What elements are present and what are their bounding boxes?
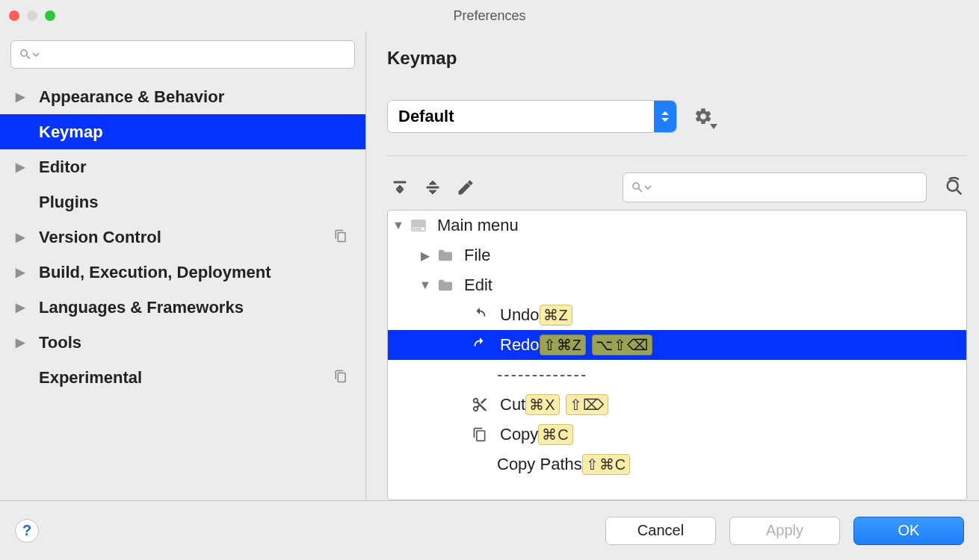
tree-label: Cut: [500, 395, 525, 414]
expand-all-icon: [391, 178, 409, 196]
sidebar-item-appearance[interactable]: ▶Appearance & Behavior: [0, 79, 365, 114]
shortcut-badge: ⌘C: [538, 424, 572, 445]
button-label: OK: [898, 522, 920, 539]
sidebar-item-label: Languages & Frameworks: [39, 298, 244, 317]
page-title: Keymap: [387, 48, 967, 69]
main-menu-icon: [410, 219, 427, 232]
shortcut-badge: ⇧⌘Z: [540, 335, 586, 355]
minimize-window-button: [27, 10, 37, 21]
tree-action-copy-paths[interactable]: Copy Paths ⇧⌘C: [388, 449, 966, 479]
scheme-value: Default: [398, 107, 454, 126]
sidebar-item-label: Version Control: [39, 228, 161, 247]
settings-search[interactable]: [10, 40, 355, 69]
project-level-icon: [334, 228, 348, 247]
tree-label: Edit: [464, 276, 492, 295]
tree-label: Copy Paths: [497, 455, 582, 474]
svg-rect-4: [416, 228, 418, 229]
find-shortcut-icon: [944, 177, 965, 198]
sidebar-item-label: Appearance & Behavior: [39, 87, 224, 107]
copy-icon: [472, 426, 488, 443]
expand-all-button[interactable]: [387, 175, 413, 200]
actions-tree[interactable]: ▼ Main menu ▶ File ▼ Edit: [387, 210, 967, 500]
sidebar-item-plugins[interactable]: ▶Plugins: [0, 184, 365, 220]
shortcut-badge: ⇧⌘C: [582, 454, 630, 475]
chevron-down-icon: [644, 184, 652, 191]
redo-icon: [472, 337, 488, 353]
undo-icon: [472, 307, 488, 323]
shortcut-badge: ⇧⌦: [566, 394, 608, 415]
window-title: Preferences: [453, 8, 525, 24]
tree-action-undo[interactable]: Undo ⌘Z: [388, 300, 966, 330]
tree-action-copy[interactable]: Copy ⌘C: [388, 420, 966, 449]
sidebar-item-label: Editor: [39, 158, 87, 177]
collapse-all-button[interactable]: [420, 175, 445, 200]
sidebar-item-keymap[interactable]: ▶Keymap: [0, 114, 365, 149]
collapse-all-icon: [424, 178, 442, 196]
sidebar-item-label: Experimental: [39, 368, 142, 388]
button-label: Apply: [766, 522, 803, 539]
tree-label: Copy: [500, 425, 538, 444]
svg-point-0: [948, 181, 958, 191]
titlebar: Preferences: [0, 0, 979, 31]
sidebar-item-tools[interactable]: ▶Tools: [0, 325, 365, 360]
dialog-footer: ? Cancel Apply OK: [0, 500, 979, 560]
sidebar-item-label: Plugins: [39, 193, 98, 212]
window-controls: [9, 10, 55, 21]
content-panel: Keymap Default: [366, 31, 979, 500]
ok-button[interactable]: OK: [853, 517, 964, 545]
settings-search-input[interactable]: [43, 47, 347, 63]
shortcut-badge: ⌘X: [525, 394, 559, 415]
folder-icon: [437, 279, 454, 292]
sidebar-item-editor[interactable]: ▶Editor: [0, 149, 365, 184]
svg-rect-3: [413, 228, 416, 229]
separator-label: -------------: [497, 365, 587, 385]
help-button[interactable]: ?: [15, 519, 39, 543]
settings-tree: ▶Appearance & Behavior ▶Keymap ▶Editor ▶…: [0, 79, 365, 395]
help-icon: ?: [22, 522, 31, 539]
keymap-scheme-select[interactable]: Default: [387, 100, 677, 133]
button-label: Cancel: [637, 522, 684, 539]
pencil-icon: [457, 178, 475, 196]
tree-label: Redo: [500, 335, 540, 355]
scissors-icon: [472, 396, 488, 413]
project-level-icon: [334, 368, 348, 388]
tree-node-main-menu[interactable]: ▼ Main menu: [388, 211, 966, 240]
tree-action-redo[interactable]: Redo ⇧⌘Z ⌥⇧⌫: [388, 330, 966, 360]
tree-label: File: [464, 246, 490, 265]
cancel-button[interactable]: Cancel: [605, 517, 716, 545]
sidebar-item-label: Tools: [39, 333, 81, 352]
shortcut-badge: ⌥⇧⌫: [592, 335, 652, 355]
tree-action-cut[interactable]: Cut ⌘X ⇧⌦: [388, 390, 966, 420]
sidebar-item-languages[interactable]: ▶Languages & Frameworks: [0, 290, 365, 325]
tree-node-file[interactable]: ▶ File: [388, 240, 966, 270]
folder-icon: [437, 249, 454, 262]
sidebar: ▶Appearance & Behavior ▶Keymap ▶Editor ▶…: [0, 31, 366, 500]
apply-button: Apply: [729, 517, 840, 545]
svg-rect-5: [419, 228, 421, 229]
edit-shortcut-button[interactable]: [453, 175, 478, 200]
action-search[interactable]: [623, 172, 927, 202]
scheme-actions-button[interactable]: [694, 107, 713, 126]
action-search-input[interactable]: [655, 180, 918, 196]
select-stepper-icon: [654, 101, 676, 132]
find-by-shortcut-button[interactable]: [942, 175, 967, 200]
sidebar-item-label: Build, Execution, Deployment: [39, 263, 271, 282]
tree-separator: -------------: [388, 360, 966, 390]
sidebar-item-build[interactable]: ▶Build, Execution, Deployment: [0, 255, 365, 290]
tree-label: Undo: [500, 305, 540, 325]
close-window-button[interactable]: [9, 10, 19, 21]
sidebar-item-label: Keymap: [39, 122, 103, 142]
search-icon: [19, 48, 32, 61]
search-icon: [631, 181, 644, 194]
sidebar-item-version-control[interactable]: ▶Version Control: [0, 220, 365, 255]
shortcut-badge: ⌘Z: [540, 305, 572, 326]
chevron-down-icon: [32, 51, 40, 58]
sidebar-item-experimental[interactable]: ▶Experimental: [0, 360, 365, 395]
zoom-window-button[interactable]: [45, 10, 55, 21]
tree-label: Main menu: [437, 216, 519, 235]
tree-node-edit[interactable]: ▼ Edit: [388, 270, 966, 300]
